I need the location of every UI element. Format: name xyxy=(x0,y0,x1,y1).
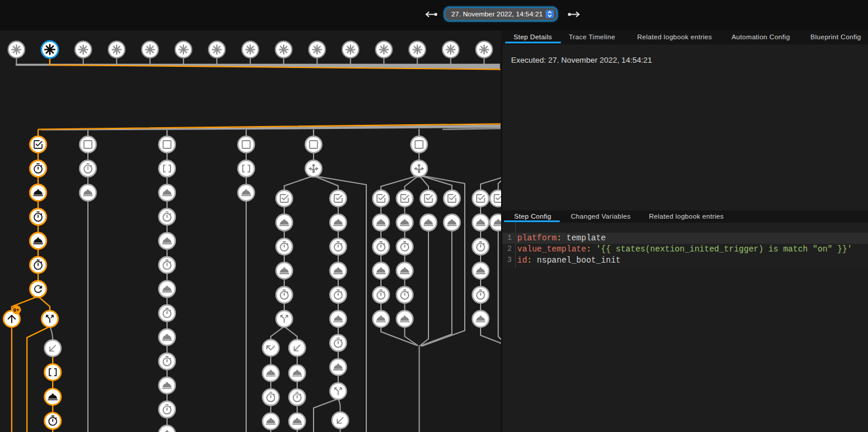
svg-text:9+: 9+ xyxy=(13,307,19,313)
